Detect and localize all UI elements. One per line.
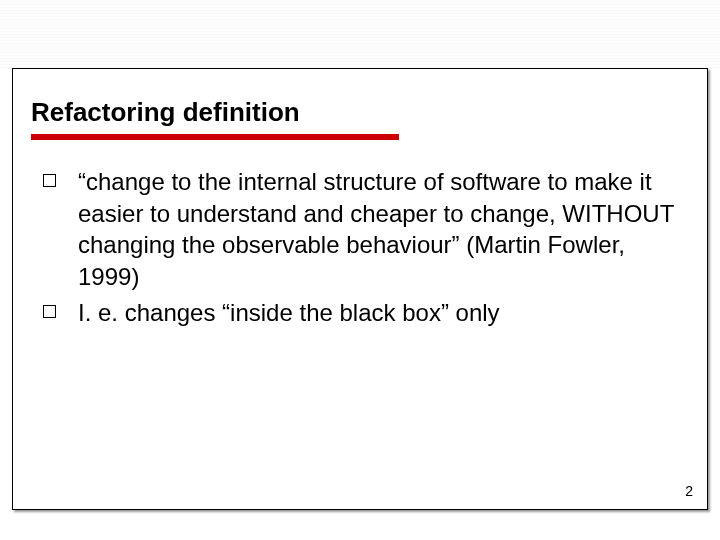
slide-top-margin xyxy=(0,0,720,68)
list-item: “change to the internal structure of sof… xyxy=(43,166,677,293)
content-block: “change to the internal structure of sof… xyxy=(13,148,707,328)
square-bullet-icon xyxy=(43,174,56,187)
title-block: Refactoring definition xyxy=(13,69,707,148)
slide-title: Refactoring definition xyxy=(31,97,689,128)
page-number: 2 xyxy=(685,483,693,499)
slide-frame: Refactoring definition “change to the in… xyxy=(12,68,708,510)
list-item: I. e. changes “inside the black box” onl… xyxy=(43,297,677,329)
square-bullet-icon xyxy=(43,305,56,318)
bullet-text: I. e. changes “inside the black box” onl… xyxy=(78,297,500,329)
bullet-text: “change to the internal structure of sof… xyxy=(78,166,677,293)
title-underline xyxy=(31,134,399,140)
